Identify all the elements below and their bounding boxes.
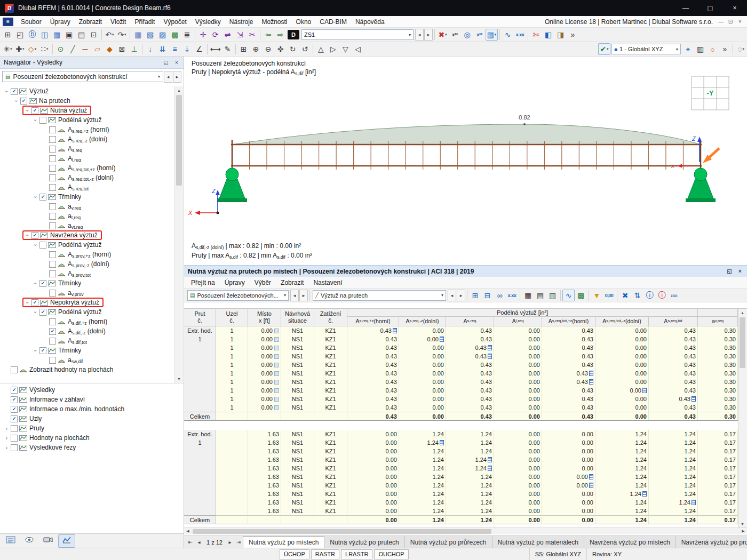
mdi-close-icon[interactable]: × — [735, 18, 745, 26]
extreme-value-icon[interactable] — [488, 466, 492, 471]
checkbox[interactable] — [39, 117, 46, 124]
extreme-value-icon[interactable] — [692, 396, 696, 402]
chevron-down-icon[interactable]: ▾ — [676, 47, 678, 52]
move-cs-button[interactable]: ⌖ — [682, 43, 694, 55]
tree-item-a-s-prov-tot[interactable]: As,prov,tot — [0, 269, 175, 278]
pan-button[interactable]: ✜ — [274, 43, 287, 55]
table-columns-button[interactable]: ▦ — [522, 290, 534, 301]
new-support-button[interactable]: ⊥ — [128, 43, 140, 55]
expand-chevron-icon[interactable]: › — [32, 280, 39, 287]
grid-button[interactable]: ∷▾ — [38, 43, 51, 55]
tree-item-a-s-dif-tot[interactable]: As,dif,tot — [0, 336, 175, 346]
tree-item-a-s-req-tot-z-dolni[interactable]: As,req,tot,-z (dolní) — [0, 173, 175, 182]
print-button[interactable]: ▤ — [75, 29, 88, 41]
menu-napoveda[interactable]: Nápověda — [351, 16, 389, 27]
checkbox[interactable] — [49, 203, 56, 210]
checkbox[interactable]: ✔ — [31, 299, 38, 306]
menu-zobrazit[interactable]: Zobrazit — [75, 16, 106, 27]
menu-okno[interactable]: Okno — [292, 16, 316, 27]
tree-item-informace-v-zahlavi[interactable]: ✔Informace v záhlaví — [0, 395, 184, 404]
render-mode-button[interactable]: ◨ — [554, 29, 567, 41]
mirror-button[interactable]: ⇌ — [221, 29, 234, 41]
load-case-combo[interactable]: ZS1▾ — [301, 29, 414, 40]
dlubal-online-button[interactable]: ⓑ — [26, 29, 38, 41]
menu-moznosti[interactable]: Možnosti — [258, 16, 292, 27]
table-type-combo[interactable]: ╱Výztuž na prutech▾ — [313, 290, 446, 301]
checkbox[interactable]: ✔ — [39, 347, 46, 354]
checkbox[interactable]: ✔ — [39, 194, 46, 201]
tree-item-nepokryta-vyztuz[interactable]: ›✔Nepokrytá výztuž — [0, 298, 175, 307]
checkbox[interactable] — [49, 213, 56, 220]
table-vertical-scrollbar[interactable]: ▲▼ — [738, 309, 747, 528]
extreme-value-icon[interactable] — [440, 337, 444, 342]
menu-vlozit[interactable]: Vložit — [106, 16, 130, 27]
column-header-9[interactable]: As,req,tot,+z (horní) — [542, 317, 595, 326]
tab-navrzena-vyztuz-po-prutech[interactable]: Navržená výztuž po prutech — [676, 536, 747, 548]
checkbox[interactable] — [49, 174, 56, 181]
menu-vypocet[interactable]: Výpočet — [159, 16, 190, 27]
sync-view-button[interactable]: ⊟ — [481, 290, 494, 301]
undo-button[interactable]: ↶▾ — [104, 29, 116, 41]
tree-item-a-vt-req[interactable]: avt,req — [0, 221, 175, 230]
column-header-10[interactable]: As,req,tot,-z (dolní) — [595, 317, 649, 326]
new-member-button[interactable]: ─ — [79, 43, 91, 55]
tree-item-na-prutech[interactable]: ›✔Na prutech — [0, 96, 175, 106]
results-navigator-button[interactable] — [58, 534, 75, 548]
checkbox[interactable] — [49, 165, 56, 172]
tree-item-a-s-req-z-horni[interactable]: As,req,+z (horní) — [0, 125, 175, 134]
chevron-down-icon[interactable]: ▾ — [441, 293, 443, 298]
table-horizontal-scrollbar[interactable]: ◀ ▶ — [184, 527, 747, 534]
nodal-load-button[interactable]: ↓ — [144, 43, 156, 55]
extreme-value-icon[interactable] — [692, 500, 696, 505]
coordinate-system-combo[interactable]: ■1 - Globální XYZ▾ — [611, 44, 681, 54]
checkbox[interactable]: ✔ — [39, 309, 46, 316]
checkbox[interactable] — [11, 435, 18, 442]
calculation-info-button[interactable]: ⓘ — [643, 290, 656, 301]
expand-chevron-icon[interactable]: › — [3, 88, 10, 95]
solid-display-button[interactable]: ◧ — [542, 29, 554, 41]
table-menu-upravy[interactable]: Úpravy — [220, 279, 250, 286]
checkbox[interactable] — [49, 270, 56, 277]
show-extreme-values-button[interactable]: x** — [473, 29, 486, 41]
checkbox[interactable] — [49, 318, 56, 325]
checkbox[interactable] — [49, 251, 56, 258]
tree-item-vysledkove-rezy[interactable]: ›Výsledkové řezy — [0, 443, 184, 452]
imperfection-button[interactable]: ∠ — [193, 43, 205, 55]
result-smoothing-button[interactable]: x.xx — [514, 29, 526, 41]
checkbox[interactable] — [49, 290, 56, 297]
tree-item-trminky[interactable]: ›✔Třmínky — [0, 278, 175, 288]
table-menu-nastaveni[interactable]: Nastavení — [308, 279, 347, 286]
tree-item-informace-o-max-min-hodnotach[interactable]: ✔Informace o max./min. hodnotách — [0, 404, 184, 414]
delete-results-button[interactable]: ✖▾ — [436, 29, 449, 41]
mdi-restore-icon[interactable]: ⊡ — [726, 18, 735, 26]
combo-forward-button[interactable]: ▸ — [173, 71, 181, 83]
mdi-minimize-icon[interactable]: — — [716, 18, 726, 26]
tree-item-trminky[interactable]: ›✔Třmínky — [0, 192, 175, 202]
status-toggle-lrastr[interactable]: LRASTR — [341, 549, 372, 559]
tree-item-podelna-vyztuz[interactable]: ›✔Podélná výztuž — [0, 307, 175, 317]
error-list-button[interactable]: ⓘ — [656, 290, 668, 301]
work-plane-field[interactable]: Rovina: XY — [586, 548, 627, 560]
scroll-up-icon[interactable]: ▲ — [175, 86, 183, 94]
checkbox[interactable]: ✔ — [11, 396, 18, 403]
extreme-value-icon[interactable] — [589, 483, 593, 488]
extreme-value-icon[interactable] — [589, 474, 593, 479]
last-page-button[interactable]: ⇥ — [234, 538, 243, 547]
check-combo-prev-button[interactable]: ◂ — [290, 290, 299, 301]
tree-item-vyztuz[interactable]: ›✔Výztuž — [0, 86, 175, 96]
save-button[interactable]: ▣ — [63, 29, 75, 41]
expand-chevron-icon[interactable]: › — [32, 117, 39, 124]
expand-chevron-icon[interactable]: › — [24, 232, 31, 239]
rotate-view-button[interactable]: ↻ — [287, 43, 299, 55]
view-z-button[interactable]: ◁ — [352, 43, 364, 55]
checkbox[interactable] — [11, 425, 18, 432]
scroll-thumb[interactable] — [176, 95, 182, 186]
table-settings-button[interactable]: ≔ — [668, 290, 680, 301]
checkbox[interactable]: ✔ — [11, 415, 18, 422]
result-grid-button[interactable]: ▦▾ — [486, 29, 498, 41]
view-cube[interactable]: -Y — [692, 76, 729, 110]
comment-button[interactable]: ✎ — [221, 43, 234, 55]
zoom-in-button[interactable]: ⊕ — [250, 43, 262, 55]
new-solid-button[interactable]: ◆ — [104, 43, 116, 55]
expand-chevron-icon[interactable]: › — [32, 194, 39, 201]
